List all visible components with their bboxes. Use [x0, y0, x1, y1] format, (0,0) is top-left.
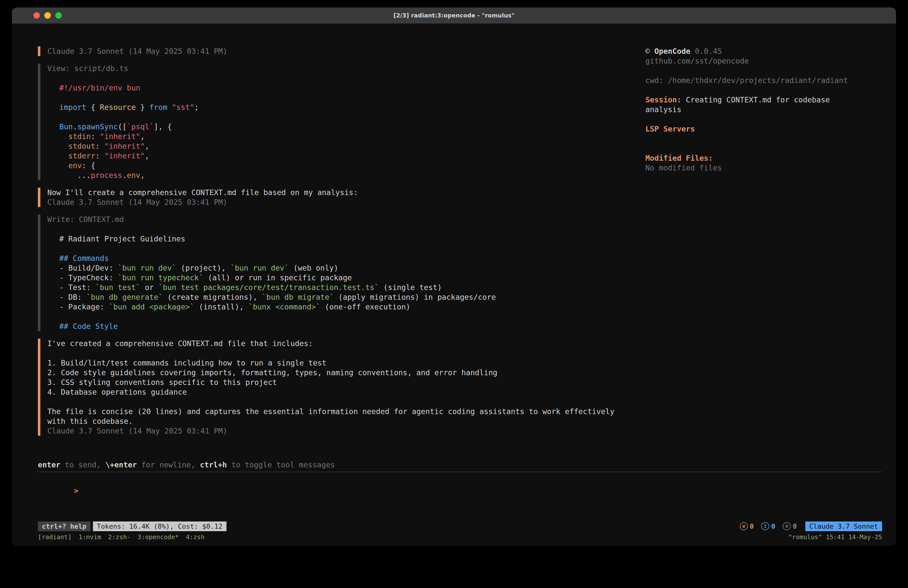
text-segment: : [95, 142, 105, 150]
assistant-message: Now I'll create a comprehensive CONTEXT.… [38, 188, 615, 207]
assistant-message-summary: I've created a comprehensive CONTEXT.md … [38, 338, 615, 436]
text-segment [167, 103, 172, 112]
tmux-window-zsh2[interactable]: 2:zsh- [108, 533, 130, 541]
tmux-host-clock: "romulus" 15:41 14-May-25 [788, 533, 882, 541]
tmux-session-name: [radiant] [38, 533, 71, 541]
text-segment: 2. Code style guidelines covering import… [47, 368, 497, 377]
minimize-button[interactable] [44, 12, 51, 19]
text-line [47, 397, 615, 407]
text-segment: - TypeCheck: [59, 273, 118, 282]
text-segment: - Build/Dev: [59, 264, 118, 272]
text-segment: © [646, 47, 654, 56]
zoom-button[interactable] [55, 12, 62, 19]
text-line: Now I'll create a comprehensive CONTEXT.… [47, 188, 615, 197]
text-line: - Package: `bun add <package>` (install)… [59, 302, 615, 312]
text-segment: to toggle tool messages [227, 461, 335, 469]
text-line: Modified Files: [646, 153, 895, 163]
text-segment: stdin [68, 132, 91, 141]
text-segment: from [149, 103, 167, 112]
text-line [646, 85, 895, 95]
help-chip[interactable]: ctrl+? help [38, 522, 90, 531]
text-segment: env [68, 161, 82, 170]
text-segment: (install), [194, 303, 248, 311]
tmux-window-list: [radiant] 1:nvim 2:zsh- 3:opencode* 4:zs… [38, 533, 204, 541]
text-segment [691, 47, 695, 56]
tmux-window-nvim[interactable]: 1:nvim [79, 533, 101, 541]
text-segment: (all) or run in specific package [203, 273, 352, 282]
text-segment: analysis [646, 105, 681, 114]
window-title: [2/3] radiant:3:opencode - "romulus" [12, 12, 896, 19]
warning-count: 0 [750, 522, 754, 530]
text-line: 1. Build/lint/test commands including ho… [47, 358, 615, 368]
diagnostic-hints: H 0 [782, 522, 797, 530]
text-segment: LSP Servers [646, 124, 695, 133]
text-segment: Now I'll create a comprehensive CONTEXT.… [47, 188, 358, 197]
info-icon: I [761, 522, 769, 530]
text-line: Claude 3.7 Sonnet (14 May 2025 03:41 PM) [47, 426, 615, 436]
text-segment: cwd: /home/thdxr/dev/projects/radiant/ra… [646, 76, 848, 85]
text-segment: `bun test packages/core/test/transaction… [158, 283, 379, 292]
text-line: analysis [646, 105, 895, 114]
message-input[interactable]: > [37, 472, 882, 524]
tokens-cost-chip: Tokens: 16.4K (8%), Cost: $0.12 [93, 522, 227, 531]
status-bar: ctrl+? help Tokens: 16.4K (8%), Cost: $0… [38, 521, 882, 531]
text-segment: Modified Files: [646, 154, 713, 163]
text-segment: } [136, 103, 149, 112]
text-line: 4. Database operations guidance [47, 387, 615, 397]
text-segment: Creating CONTEXT.md for codebase [681, 95, 830, 104]
text-segment: No modified files [646, 163, 722, 172]
text-segment: Resource [100, 103, 136, 112]
text-segment: (project), [176, 264, 230, 272]
text-line [646, 143, 895, 153]
text-line: Claude 3.7 Sonnet (14 May 2025 03:41 PM) [47, 46, 615, 56]
window-titlebar[interactable]: [2/3] radiant:3:opencode - "romulus" [12, 8, 896, 24]
tmux-window-opencode[interactable]: 3:opencode* [138, 533, 179, 541]
text-segment: 0.0.45 [695, 47, 722, 56]
text-segment: "sst" [172, 103, 194, 112]
text-segment: stderr [68, 151, 95, 160]
text-line: © OpenCode 0.0.45 [646, 46, 895, 56]
text-segment: `bun run dev` [230, 264, 289, 272]
text-line: env: { [59, 161, 615, 171]
text-line [646, 66, 895, 76]
text-segment: `bun run typecheck` [118, 273, 203, 282]
model-chip[interactable]: Claude 3.7 Sonnet [805, 522, 882, 531]
text-segment: ctrl+h [200, 461, 227, 469]
text-line: import { Resource } from "sst"; [59, 102, 615, 112]
close-button[interactable] [34, 12, 40, 19]
text-segment: Bun [59, 122, 73, 131]
text-line: LSP Servers [646, 124, 895, 134]
text-segment: `bun test` [95, 283, 140, 292]
text-segment [59, 142, 68, 150]
text-segment: (single test) [379, 283, 442, 292]
text-line [59, 93, 615, 102]
text-line: The file is concise (20 lines) and captu… [47, 407, 615, 416]
text-segment: with this codebase. [47, 417, 133, 425]
text-line: stdin: "inherit", [59, 132, 615, 141]
text-segment: Claude 3.7 Sonnet (14 May 2025 03:41 PM) [47, 47, 227, 56]
text-segment: `psql` [127, 122, 154, 131]
tool-view-title: View: script/db.ts [47, 64, 615, 73]
text-segment: Session: [646, 95, 681, 104]
text-line: - DB: `bun db generate` (create migratio… [59, 292, 615, 302]
tmux-window-zsh4[interactable]: 4:zsh [186, 533, 204, 541]
text-segment: import [59, 103, 86, 112]
text-segment: - Package: [59, 303, 109, 311]
chat-history: Claude 3.7 Sonnet (14 May 2025 03:41 PM)… [38, 46, 615, 443]
text-line: - Build/Dev: `bun run dev` (project), `b… [59, 263, 615, 273]
text-line: I've created a comprehensive CONTEXT.md … [47, 338, 615, 348]
text-segment: (web only) [289, 264, 338, 272]
text-line: with this codebase. [47, 416, 615, 426]
text-line: ## Code Style [59, 321, 615, 331]
keybind-help: enter to send, \+enter for newline, ctrl… [38, 460, 335, 470]
text-segment: `bun add <package>` [109, 303, 194, 311]
text-segment: Claude 3.7 Sonnet (14 May 2025 03:41 PM) [47, 427, 227, 435]
terminal-window: [2/3] radiant:3:opencode - "romulus" Cla… [12, 8, 896, 546]
text-segment: spawnSync [77, 122, 118, 131]
text-line: stdout: "inherit", [59, 141, 615, 151]
text-segment: to send, [60, 461, 105, 469]
tool-write-message: Write: CONTEXT.md # Radiant Project Guid… [38, 214, 615, 331]
terminal-content: Claude 3.7 Sonnet (14 May 2025 03:41 PM)… [12, 23, 896, 546]
text-segment: github.com/sst/opencode [646, 56, 749, 65]
text-segment: ## Code Style [59, 322, 118, 330]
